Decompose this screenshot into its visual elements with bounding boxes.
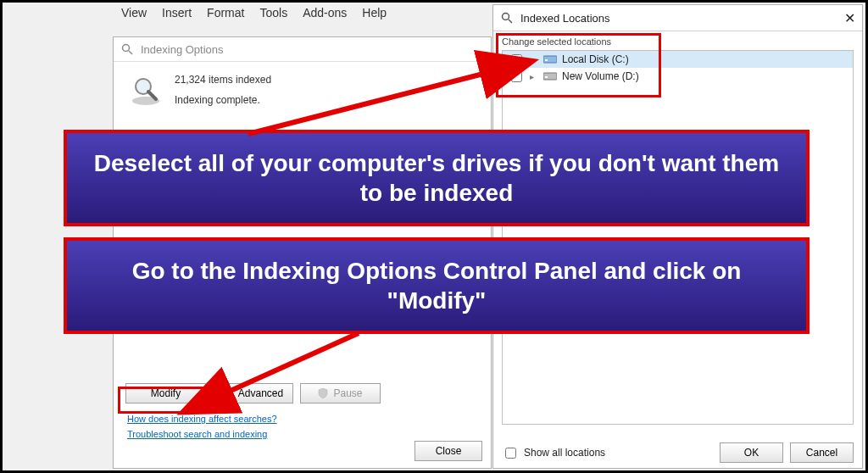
close-icon[interactable]: ✕ bbox=[844, 10, 855, 26]
advanced-label: Advanced bbox=[238, 387, 283, 399]
checkbox-c[interactable] bbox=[511, 54, 522, 65]
indexing-options-titlebar: Indexing Options bbox=[114, 37, 491, 62]
show-all-locations[interactable]: Show all locations bbox=[502, 445, 605, 461]
menu-view[interactable]: View bbox=[121, 6, 147, 19]
checkbox-d[interactable] bbox=[511, 71, 522, 82]
magnifier-icon bbox=[129, 74, 163, 108]
screenshot-stage: View Insert Format Tools Add-ons Help In… bbox=[0, 0, 868, 473]
search-icon bbox=[500, 11, 514, 25]
svg-rect-8 bbox=[545, 59, 548, 61]
drive-d-label: New Volume (D:) bbox=[562, 70, 639, 82]
app-menubar: View Insert Format Tools Add-ons Help bbox=[121, 6, 387, 19]
tree-row-d[interactable]: ▸ New Volume (D:) bbox=[503, 68, 853, 85]
indexed-locations-title: Indexed Locations bbox=[520, 12, 610, 25]
callout-modify: Go to the Indexing Options Control Panel… bbox=[64, 237, 810, 334]
link-troubleshoot[interactable]: Troubleshoot search and indexing bbox=[127, 429, 277, 439]
svg-point-0 bbox=[123, 45, 130, 52]
indexing-status: Indexing complete. bbox=[175, 94, 271, 106]
shield-icon bbox=[318, 388, 328, 398]
drive-icon bbox=[543, 54, 557, 64]
show-all-label: Show all locations bbox=[524, 447, 605, 459]
ok-button[interactable]: OK bbox=[720, 442, 783, 463]
menu-help[interactable]: Help bbox=[362, 6, 387, 19]
change-locations-label: Change selected locations bbox=[502, 36, 862, 47]
tree-row-c[interactable]: ▸ Local Disk (C:) bbox=[503, 51, 853, 68]
modify-button[interactable]: Modify bbox=[125, 383, 206, 403]
menu-addons[interactable]: Add-ons bbox=[303, 6, 347, 19]
advanced-button[interactable]: Advanced bbox=[213, 383, 293, 403]
svg-rect-10 bbox=[545, 76, 548, 78]
search-icon bbox=[120, 42, 134, 56]
callout-deselect: Deselect all of your computer's drives i… bbox=[64, 130, 810, 226]
svg-line-6 bbox=[509, 19, 512, 23]
menu-tools[interactable]: Tools bbox=[259, 6, 287, 19]
items-indexed: 21,324 items indexed bbox=[175, 74, 271, 86]
indexing-options-title: Indexing Options bbox=[141, 43, 224, 56]
chevron-right-icon[interactable]: ▸ bbox=[530, 55, 538, 64]
link-how-indexing[interactable]: How does indexing affect searches? bbox=[127, 414, 277, 424]
show-all-checkbox[interactable] bbox=[505, 448, 516, 459]
cancel-button[interactable]: Cancel bbox=[790, 442, 854, 463]
svg-point-5 bbox=[503, 14, 509, 20]
drive-icon bbox=[543, 71, 557, 81]
menu-format[interactable]: Format bbox=[207, 6, 244, 19]
drive-c-label: Local Disk (C:) bbox=[562, 53, 629, 65]
indexed-locations-window: Indexed Locations ✕ Change selected loca… bbox=[492, 4, 863, 469]
pause-button: Pause bbox=[300, 383, 381, 403]
chevron-right-icon[interactable]: ▸ bbox=[530, 72, 538, 81]
svg-line-1 bbox=[129, 51, 132, 54]
shield-icon bbox=[223, 388, 233, 398]
pause-label: Pause bbox=[333, 387, 362, 399]
close-button[interactable]: Close bbox=[415, 441, 482, 461]
menu-insert[interactable]: Insert bbox=[162, 6, 192, 19]
